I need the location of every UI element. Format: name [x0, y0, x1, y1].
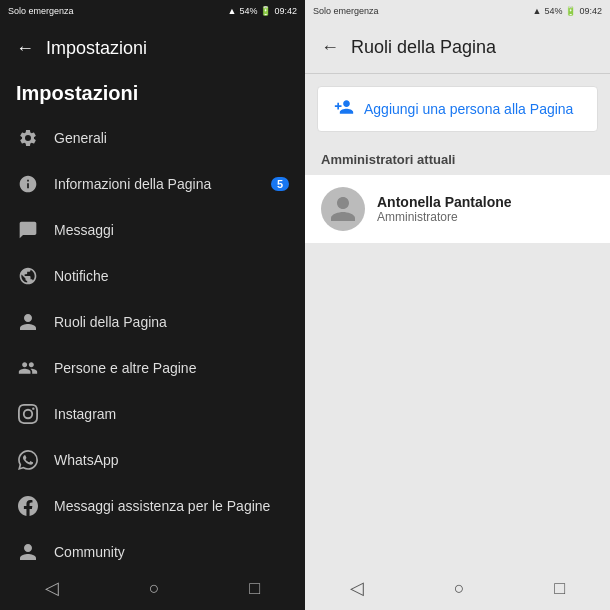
status-icons-left: ▲ 54% 🔋 09:42 — [228, 6, 297, 16]
signal-icon-right: ▲ — [533, 6, 542, 16]
chat-icon — [16, 218, 40, 242]
settings-page-title: Impostazioni — [0, 74, 305, 115]
right-header-title: Ruoli della Pagina — [351, 37, 496, 58]
messaggi-assistenza-label: Messaggi assistenza per le Pagine — [54, 498, 289, 514]
community-label: Community — [54, 544, 289, 560]
battery-right: 54% — [544, 6, 562, 16]
globe-icon — [16, 264, 40, 288]
recents-nav-icon-left[interactable]: □ — [249, 578, 260, 599]
messaggi-label: Messaggi — [54, 222, 289, 238]
add-person-button[interactable]: Aggiungi una persona alla Pagina — [317, 86, 598, 132]
time-right: 09:42 — [579, 6, 602, 16]
time-left: 09:42 — [274, 6, 297, 16]
bottom-nav: ◁ ○ □ ◁ ○ □ — [0, 566, 610, 610]
menu-item-generali[interactable]: Generali — [0, 115, 305, 161]
admin-info: Antonella Pantalone Amministratore — [377, 194, 512, 224]
instagram-label: Instagram — [54, 406, 289, 422]
add-person-label: Aggiungi una persona alla Pagina — [364, 101, 573, 117]
status-icons-right: ▲ 54% 🔋 09:42 — [533, 6, 602, 16]
bottom-nav-right: ◁ ○ □ — [305, 566, 610, 610]
back-button-right[interactable]: ← — [321, 37, 339, 58]
info-icon — [16, 172, 40, 196]
back-button-left[interactable]: ← — [16, 38, 34, 59]
signal-icon-left: ▲ — [228, 6, 237, 16]
whatsapp-label: WhatsApp — [54, 452, 289, 468]
persone-label: Persone e altre Pagine — [54, 360, 289, 376]
back-nav-icon-left[interactable]: ◁ — [45, 577, 59, 599]
status-bar: Solo emergenza ▲ 54% 🔋 09:42 Solo emerge… — [0, 0, 610, 22]
menu-item-ruoli[interactable]: Ruoli della Pagina — [0, 299, 305, 345]
admin-role: Amministratore — [377, 210, 512, 224]
add-person-icon — [334, 97, 354, 121]
menu-item-messaggi[interactable]: Messaggi — [0, 207, 305, 253]
home-nav-icon-right[interactable]: ○ — [454, 578, 465, 599]
menu-item-persone[interactable]: Persone e altre Pagine — [0, 345, 305, 391]
status-bar-right: Solo emergenza ▲ 54% 🔋 09:42 — [305, 0, 610, 22]
community-icon — [16, 540, 40, 564]
status-bar-left: Solo emergenza ▲ 54% 🔋 09:42 — [0, 0, 305, 22]
menu-item-notifiche[interactable]: Notifiche — [0, 253, 305, 299]
instagram-icon — [16, 402, 40, 426]
admin-item: Antonella Pantalone Amministratore — [305, 175, 610, 243]
right-header: ← Ruoli della Pagina — [305, 22, 610, 74]
left-header: ← Impostazioni — [0, 22, 305, 74]
whatsapp-icon — [16, 448, 40, 472]
menu-item-community[interactable]: Community — [0, 529, 305, 566]
right-panel: ← Ruoli della Pagina Aggiungi una person… — [305, 22, 610, 566]
battery-icon-right: 🔋 — [565, 6, 576, 16]
home-nav-icon-left[interactable]: ○ — [149, 578, 160, 599]
back-nav-icon-right[interactable]: ◁ — [350, 577, 364, 599]
facebook-icon — [16, 494, 40, 518]
section-title-admins: Amministratori attuali — [305, 144, 610, 175]
ruoli-label: Ruoli della Pagina — [54, 314, 289, 330]
menu-item-instagram[interactable]: Instagram — [0, 391, 305, 437]
battery-icon-left: 🔋 — [260, 6, 271, 16]
settings-icon — [16, 126, 40, 150]
informazioni-label: Informazioni della Pagina — [54, 176, 257, 192]
menu-item-messaggi-assistenza[interactable]: Messaggi assistenza per le Pagine — [0, 483, 305, 529]
avatar — [321, 187, 365, 231]
group-icon — [16, 356, 40, 380]
emergency-text-left: Solo emergenza — [8, 6, 74, 16]
admin-name: Antonella Pantalone — [377, 194, 512, 210]
informazioni-badge: 5 — [271, 177, 289, 191]
battery-left: 54% — [239, 6, 257, 16]
menu-item-informazioni[interactable]: Informazioni della Pagina 5 — [0, 161, 305, 207]
main-content: ← Impostazioni Impostazioni Generali — [0, 22, 610, 566]
recents-nav-icon-right[interactable]: □ — [554, 578, 565, 599]
menu-item-whatsapp[interactable]: WhatsApp — [0, 437, 305, 483]
person-icon — [16, 310, 40, 334]
bottom-nav-left: ◁ ○ □ — [0, 566, 305, 610]
notifiche-label: Notifiche — [54, 268, 289, 284]
left-panel: ← Impostazioni Impostazioni Generali — [0, 22, 305, 566]
left-header-title: Impostazioni — [46, 38, 147, 59]
settings-menu-list: Generali Informazioni della Pagina 5 — [0, 115, 305, 566]
generali-label: Generali — [54, 130, 289, 146]
emergency-text-right: Solo emergenza — [313, 6, 379, 16]
